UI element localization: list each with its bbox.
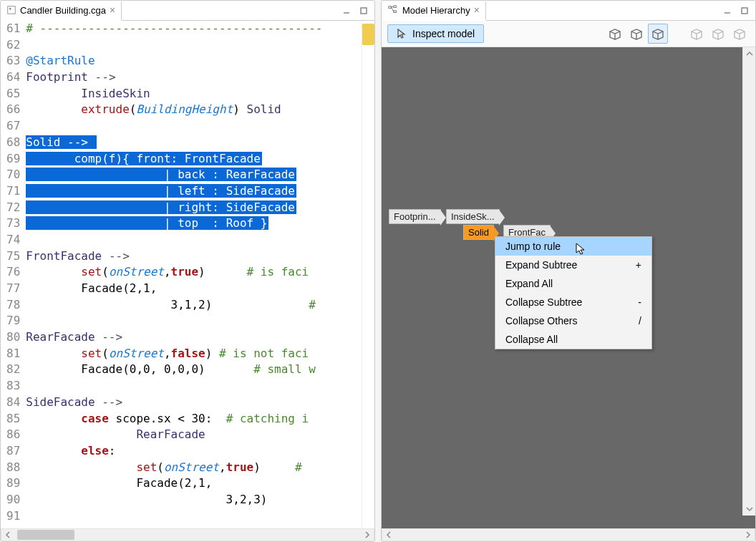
line-gutter: 6162636465666768697071727374757677787980… <box>1 21 26 528</box>
context-menu-label: Collapse Others <box>505 315 577 326</box>
cube-icon <box>732 27 747 40</box>
shape-view-5-button[interactable] <box>708 24 728 44</box>
svg-rect-4 <box>394 6 397 8</box>
context-menu-accel: / <box>639 315 641 326</box>
editor-area[interactable]: 6162636465666768697071727374757677787980… <box>1 21 374 528</box>
shape-view-2-button[interactable] <box>626 24 646 44</box>
context-menu-label: Expand All <box>505 278 553 289</box>
shape-view-3-button[interactable] <box>648 24 668 44</box>
tab-title: Model Hierarchy <box>402 5 470 16</box>
context-menu-label: Collapse Subtree <box>505 296 582 308</box>
scroll-up-icon[interactable] <box>743 47 755 60</box>
code-content[interactable]: # --------------------------------------… <box>26 21 362 528</box>
hierarchy-toolbar: Inspect model <box>382 21 755 47</box>
inspect-model-button[interactable]: Inspect model <box>387 24 484 43</box>
svg-rect-5 <box>394 11 397 13</box>
ruler-marker <box>362 24 374 45</box>
code-editor-panel: Candler Building.cga × 61626364656667686… <box>0 0 375 542</box>
editor-tabs: Candler Building.cga × <box>1 1 374 21</box>
scroll-right-icon[interactable] <box>742 529 755 541</box>
cube-icon <box>651 27 665 40</box>
context-menu-label: Expand Subtree <box>505 259 577 271</box>
cube-icon <box>689 27 704 40</box>
window-controls <box>336 4 374 17</box>
scroll-down-icon[interactable] <box>743 503 755 516</box>
tab-candler-cga[interactable]: Candler Building.cga × <box>1 1 122 21</box>
horizontal-scrollbar[interactable] <box>382 528 755 541</box>
context-menu-item[interactable]: Jump to rule <box>495 237 651 256</box>
cursor-icon <box>397 28 408 39</box>
shape-view-1-button[interactable] <box>605 24 625 44</box>
shape-view-4-button[interactable] <box>687 24 707 44</box>
context-menu-accel: - <box>638 296 641 308</box>
close-icon[interactable]: × <box>110 4 115 16</box>
context-menu: Jump to ruleExpand Subtree+Expand AllCol… <box>495 236 652 349</box>
shape-view-6-button[interactable] <box>730 24 750 44</box>
context-menu-accel: + <box>636 259 641 271</box>
context-menu-label: Collapse All <box>505 334 558 345</box>
overview-ruler[interactable] <box>362 21 374 528</box>
context-menu-item[interactable]: Collapse Subtree- <box>495 293 651 311</box>
inspect-label: Inspect model <box>412 28 475 39</box>
context-menu-item[interactable]: Collapse Others/ <box>495 311 651 330</box>
node-solid[interactable]: Solid <box>463 225 494 240</box>
maximize-button[interactable] <box>357 4 370 17</box>
horizontal-scrollbar[interactable] <box>1 528 374 541</box>
scroll-left-icon[interactable] <box>382 529 395 541</box>
context-menu-item[interactable]: Collapse All <box>495 330 651 349</box>
node-label: InsideSk... <box>451 211 495 222</box>
context-menu-label: Jump to rule <box>505 241 561 252</box>
model-hierarchy-panel: Model Hierarchy × Inspect model Footprin… <box>381 0 756 542</box>
context-menu-item[interactable]: Expand All <box>495 274 651 293</box>
svg-line-6 <box>391 6 394 7</box>
window-controls <box>717 4 755 17</box>
vertical-scrollbar[interactable] <box>742 47 755 516</box>
hierarchy-tabs: Model Hierarchy × <box>382 1 755 21</box>
svg-rect-3 <box>389 6 392 9</box>
scroll-right-icon[interactable] <box>361 529 374 541</box>
view-mode-group-2 <box>687 24 750 44</box>
scrollbar-thumb[interactable] <box>17 530 74 540</box>
file-icon <box>6 5 16 15</box>
view-mode-group-1 <box>605 24 668 44</box>
svg-rect-9 <box>742 8 747 14</box>
node-label: Footprin... <box>394 211 436 222</box>
cube-icon <box>608 27 622 40</box>
hierarchy-canvas[interactable]: Footprin... InsideSk... Solid FrontFac J… <box>382 47 755 528</box>
close-icon[interactable]: × <box>474 4 480 16</box>
svg-rect-2 <box>361 8 367 14</box>
tab-title: Candler Building.cga <box>20 5 106 16</box>
tab-model-hierarchy[interactable]: Model Hierarchy × <box>382 1 486 21</box>
context-menu-item[interactable]: Expand Subtree+ <box>495 256 651 274</box>
minimize-button[interactable] <box>721 4 734 17</box>
scroll-left-icon[interactable] <box>1 529 14 541</box>
node-label: Solid <box>468 227 489 238</box>
node-footprint[interactable]: Footprin... <box>389 209 441 224</box>
cube-icon <box>711 27 725 40</box>
hierarchy-icon <box>387 5 399 15</box>
code-viewport[interactable]: 6162636465666768697071727374757677787980… <box>1 21 362 528</box>
svg-line-7 <box>391 7 394 11</box>
svg-rect-0 <box>8 6 16 14</box>
minimize-button[interactable] <box>340 4 353 17</box>
cube-icon <box>629 27 644 40</box>
node-insideskin[interactable]: InsideSk... <box>446 209 500 224</box>
maximize-button[interactable] <box>738 4 751 17</box>
